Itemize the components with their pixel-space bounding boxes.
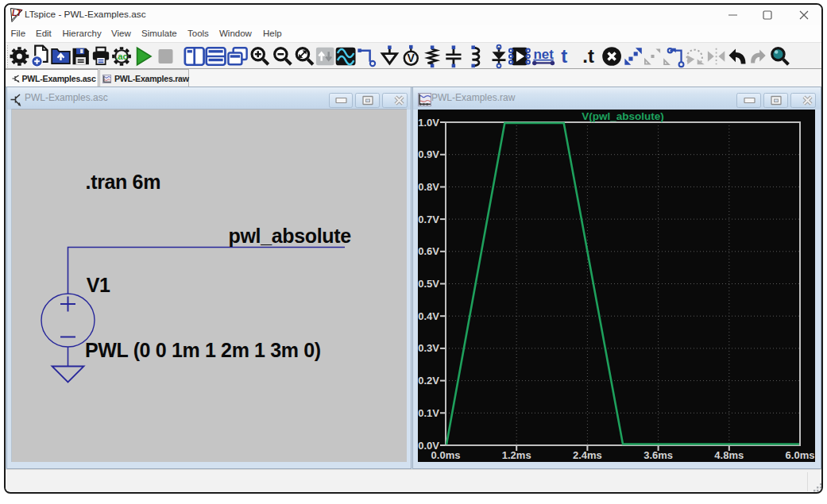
svg-text:LT: LT: [12, 8, 23, 17]
svg-text:0.6V: 0.6V: [418, 245, 439, 257]
svg-text:6.0ms: 6.0ms: [786, 449, 815, 461]
svg-text:1.2ms: 1.2ms: [502, 449, 531, 461]
svg-text:net: net: [533, 47, 554, 62]
svg-text:t: t: [561, 45, 567, 67]
svg-text:0.1V: 0.1V: [418, 407, 439, 419]
svg-text:3.6ms: 3.6ms: [643, 449, 673, 461]
svg-text:0.0ms: 0.0ms: [431, 449, 461, 461]
svg-text:2.4ms: 2.4ms: [573, 449, 602, 461]
svg-text:V(pwl_absolute): V(pwl_absolute): [582, 110, 664, 122]
svg-text:0.2V: 0.2V: [418, 375, 439, 387]
svg-text:0.8V: 0.8V: [418, 181, 439, 193]
svg-text:0.5V: 0.5V: [418, 278, 439, 290]
svg-text:1.0V: 1.0V: [418, 117, 439, 129]
svg-text:4.8ms: 4.8ms: [714, 449, 744, 461]
svg-text:.ac: .ac: [115, 52, 128, 61]
svg-text:V: V: [408, 52, 415, 64]
svg-text:0.3V: 0.3V: [418, 342, 439, 354]
svg-text:0.7V: 0.7V: [418, 214, 439, 225]
svg-text:.t: .t: [582, 45, 594, 67]
svg-text:0.9V: 0.9V: [418, 148, 439, 160]
svg-text:0.4V: 0.4V: [418, 310, 439, 322]
